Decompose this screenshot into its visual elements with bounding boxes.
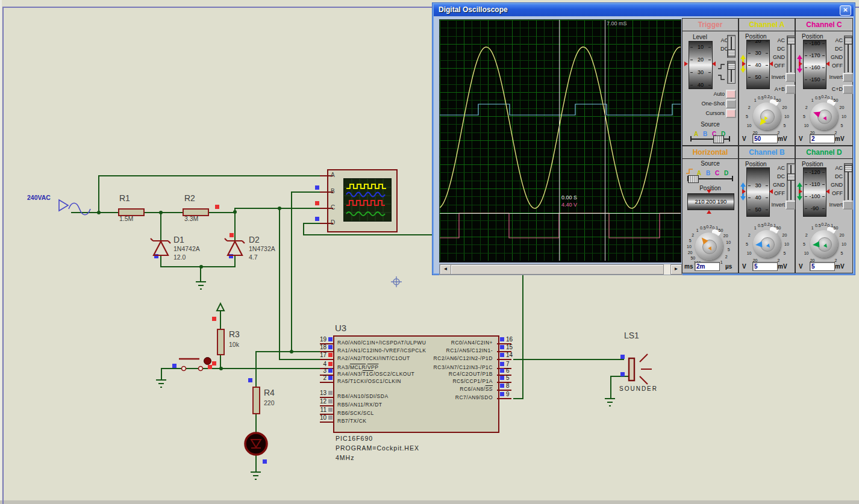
channel-a-gain-knob[interactable]: 1251020502010520.50.20.1	[744, 93, 790, 139]
channel-b-position-display[interactable]: 304050	[746, 167, 770, 217]
wire[interactable]	[220, 311, 221, 329]
channel-c-off: OFF	[832, 63, 843, 69]
knob-scale-label: 50	[833, 226, 838, 230]
scrollbar-thumb[interactable]	[451, 264, 664, 275]
channel-c-value[interactable]: 2	[810, 134, 835, 143]
wire[interactable]	[160, 212, 161, 241]
u3-pin-stub[interactable]	[320, 382, 333, 383]
knob-scale-label: 2	[777, 258, 779, 262]
channel-d-position-display[interactable]: -120-110-100-90	[803, 167, 826, 217]
close-icon[interactable]: ✕	[840, 5, 851, 16]
resistor-r3[interactable]	[217, 329, 225, 355]
channel-c-position-display[interactable]: -180-170-160-150	[803, 40, 826, 89]
wire[interactable]	[256, 351, 321, 352]
channel-d-gain-knob[interactable]: 1251020502010520.50.20.1	[801, 221, 847, 267]
scope-h-scrollbar[interactable]: ◄ ►	[439, 264, 683, 275]
channel-c-invert-button[interactable]	[843, 73, 853, 82]
channel-b-gain-knob[interactable]: 1251020502010520.50.20.1	[744, 221, 790, 267]
u3-clock: 4MHz	[336, 454, 354, 461]
pin-state-marker	[500, 376, 504, 380]
u3-pin-label: RC2/AN6/C12IN2-/P1D	[434, 355, 493, 361]
u3-pin-stub[interactable]	[320, 422, 333, 423]
channel-b-invert-button[interactable]	[786, 201, 796, 210]
channel-d-value[interactable]: 5	[810, 262, 835, 271]
wire[interactable]	[160, 266, 236, 267]
trigger-edge-slider[interactable]	[727, 61, 736, 84]
wire[interactable]	[234, 255, 236, 267]
channel-a-sum-button[interactable]	[786, 85, 796, 94]
channel-d-invert-button[interactable]	[843, 201, 853, 210]
knob-scale-label: 0.2	[821, 222, 827, 226]
wire[interactable]	[142, 212, 184, 213]
channel-c-sum-button[interactable]	[843, 85, 853, 94]
knob-scale-label: 50	[718, 228, 723, 232]
channel-a-position-display[interactable]: 20304050	[746, 40, 770, 89]
resistor-r4[interactable]	[252, 387, 260, 414]
knob-scale-label: 0.1	[712, 225, 718, 229]
channel-d-coupling-slider[interactable]	[844, 163, 852, 202]
u3-pin-stub[interactable]	[497, 398, 511, 399]
horizontal-source-slider[interactable]	[687, 175, 733, 182]
horizontal-position-display[interactable]: 210 200 190	[687, 193, 734, 210]
wire[interactable]	[98, 175, 328, 176]
wire[interactable]	[234, 208, 328, 209]
channel-d-panel: Channel D Position -120-110-100-90 AC DC…	[795, 146, 853, 273]
state-marker-blue	[229, 254, 233, 258]
wire[interactable]	[98, 175, 99, 213]
channel-c-coupling-slider[interactable]	[844, 36, 852, 74]
knob-scale-label: 50	[690, 256, 695, 260]
scrollbar-right-icon[interactable]: ►	[670, 264, 682, 275]
wire[interactable]	[161, 368, 162, 380]
timebase-value[interactable]: 2m	[695, 262, 720, 271]
wire[interactable]	[610, 376, 611, 399]
channel-b-value[interactable]: 5	[752, 262, 778, 271]
display-tick: 30	[689, 69, 712, 76]
wire[interactable]	[234, 212, 236, 241]
scrollbar-left-icon[interactable]: ◄	[440, 264, 451, 275]
u3-pin-stub[interactable]	[320, 359, 333, 360]
channel-a-value[interactable]: 50	[752, 134, 778, 143]
knob-scale-label: 20	[782, 105, 787, 110]
channel-c-position-label: Position	[802, 33, 823, 40]
wire[interactable]	[255, 412, 257, 432]
one-shot-button[interactable]	[726, 99, 736, 108]
u3-pin-number: 3	[316, 367, 326, 374]
window-title: Digital Oscilloscope	[439, 5, 508, 14]
knob-scale-label: 2	[692, 232, 694, 237]
wire[interactable]	[207, 212, 236, 213]
wire[interactable]	[291, 191, 292, 352]
cursors-button[interactable]	[726, 109, 736, 118]
knob-scale-label: 20	[688, 250, 693, 255]
wire[interactable]	[513, 398, 523, 399]
wire[interactable]	[303, 223, 304, 235]
wire[interactable]	[303, 234, 433, 235]
channel-b-ac: AC	[777, 165, 785, 171]
display-tick: 50	[747, 207, 769, 214]
channel-c-sum-label: C+D	[832, 86, 843, 92]
wire[interactable]	[71, 212, 119, 213]
state-marker-blue	[172, 364, 176, 368]
wire[interactable]	[279, 359, 321, 360]
trigger-coupling-slider[interactable]	[727, 35, 736, 58]
r4-ref: R4	[264, 388, 275, 397]
channel-c-gain-knob[interactable]: 1251020502010520.50.20.1	[801, 93, 847, 139]
u3-pin-stub[interactable]	[497, 359, 511, 360]
trigger-level-display[interactable]: 10203040	[689, 41, 713, 89]
wire[interactable]	[161, 368, 322, 369]
knob-scale-label: 20	[839, 105, 844, 110]
channel-a-invert-button[interactable]	[786, 73, 796, 82]
channel-d-v-unit: V	[799, 263, 803, 270]
u3-pin-number: 19	[316, 336, 326, 343]
channel-b-coupling-slider[interactable]	[787, 163, 795, 202]
origin-marker-icon	[391, 276, 402, 287]
channel-a-coupling-slider[interactable]	[787, 36, 795, 74]
wire[interactable]	[255, 455, 257, 472]
wire[interactable]	[513, 359, 624, 360]
trigger-source-slider[interactable]	[690, 135, 730, 143]
auto-button[interactable]	[726, 90, 736, 99]
wire[interactable]	[200, 266, 201, 282]
state-marker-red	[315, 201, 319, 205]
wire[interactable]	[279, 208, 280, 360]
wire[interactable]	[160, 255, 161, 267]
window-titlebar[interactable]: Digital Oscilloscope ✕	[434, 4, 854, 16]
